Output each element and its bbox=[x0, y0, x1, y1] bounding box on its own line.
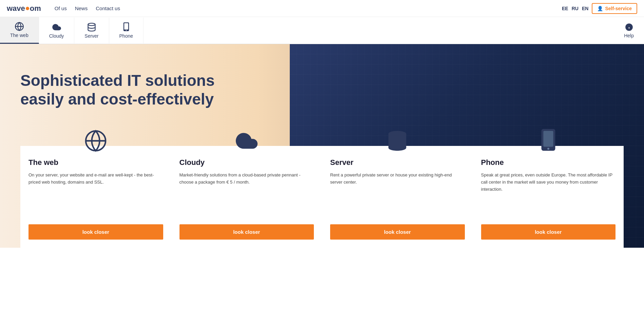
card-cloudy: Cloudy Market-friendly solutions from a … bbox=[171, 146, 322, 248]
svg-point-16 bbox=[547, 148, 549, 150]
hero-title-line1: Sophisticated IT solutions bbox=[20, 72, 214, 89]
card-phone-button[interactable]: look closer bbox=[481, 224, 616, 240]
top-nav: wave om Of us News Contact us EE RU EN 👤… bbox=[0, 0, 644, 17]
svg-point-5 bbox=[126, 30, 127, 31]
sec-nav-server[interactable]: Server bbox=[74, 18, 109, 43]
secondary-nav: The web Cloudy Server Phone bbox=[0, 17, 644, 44]
lang-en[interactable]: EN bbox=[582, 6, 588, 11]
help-item[interactable]: Help bbox=[614, 18, 644, 43]
main-nav-links: Of us News Contact us bbox=[55, 5, 120, 12]
info-icon-nav bbox=[625, 23, 633, 32]
svg-point-12 bbox=[389, 131, 406, 137]
logo-text-wave: wave bbox=[7, 4, 25, 13]
card-cloudy-title: Cloudy bbox=[179, 158, 314, 167]
logo[interactable]: wave om bbox=[7, 4, 41, 13]
card-cloudy-button[interactable]: look closer bbox=[179, 224, 314, 240]
lang-ee[interactable]: EE bbox=[562, 6, 568, 11]
card-cloudy-desc: Market-friendly solutions from a cloud-b… bbox=[179, 172, 314, 220]
cloud-icon-nav bbox=[52, 22, 61, 32]
card-server: Server Rent a powerful private server or… bbox=[322, 146, 473, 248]
svg-rect-15 bbox=[543, 131, 553, 147]
card-server-title: Server bbox=[330, 158, 465, 167]
card-web-button[interactable]: look closer bbox=[29, 224, 163, 240]
hero-title: Sophisticated IT solutions easily and co… bbox=[20, 71, 214, 109]
card-web: The web On your server, your website and… bbox=[20, 146, 171, 248]
hero-section: Sophisticated IT solutions easily and co… bbox=[0, 44, 644, 248]
card-web-desc: On your server, your website and e-mail … bbox=[29, 172, 163, 220]
nav-contact-us[interactable]: Contact us bbox=[96, 5, 120, 11]
card-wrapper-phone: Phone Speak at great prices, even outsid… bbox=[473, 129, 624, 248]
card-phone-desc: Speak at great prices, even outside Euro… bbox=[481, 172, 616, 220]
hero-content: Sophisticated IT solutions easily and co… bbox=[0, 44, 235, 122]
person-icon: 👤 bbox=[597, 6, 603, 11]
svg-rect-4 bbox=[124, 23, 128, 30]
card-server-desc: Rent a powerful private server or house … bbox=[330, 172, 465, 220]
lang-ru[interactable]: RU bbox=[572, 6, 579, 11]
database-icon-nav bbox=[87, 22, 96, 32]
card-web-title: The web bbox=[29, 158, 163, 167]
svg-point-2 bbox=[88, 23, 95, 25]
sec-nav-label-phone: Phone bbox=[119, 33, 133, 39]
sec-nav-cloudy[interactable]: Cloudy bbox=[39, 18, 75, 43]
card-phone: Phone Speak at great prices, even outsid… bbox=[473, 146, 624, 248]
card-wrapper-cloudy: Cloudy Market-friendly solutions from a … bbox=[171, 129, 322, 248]
card-icon-phone bbox=[540, 129, 557, 153]
phone-icon-card bbox=[540, 129, 557, 153]
globe-icon-nav bbox=[15, 22, 24, 31]
sec-nav-label-cloudy: Cloudy bbox=[49, 33, 64, 39]
nav-of-us[interactable]: Of us bbox=[55, 5, 67, 11]
phone-icon-nav bbox=[122, 22, 130, 32]
card-icon-web bbox=[84, 129, 108, 153]
nav-news[interactable]: News bbox=[75, 5, 88, 11]
card-icon-server bbox=[385, 129, 409, 153]
card-wrapper-server: Server Rent a powerful private server or… bbox=[322, 129, 473, 248]
card-icon-cloudy bbox=[235, 129, 259, 153]
sec-nav-label-server: Server bbox=[84, 33, 98, 39]
self-service-label: Self-service bbox=[605, 6, 632, 11]
help-label: Help bbox=[624, 33, 634, 38]
sec-nav-label-web: The web bbox=[10, 33, 29, 38]
card-wrapper-web: The web On your server, your website and… bbox=[20, 129, 171, 248]
card-server-button[interactable]: look closer bbox=[330, 224, 465, 240]
card-phone-title: Phone bbox=[481, 158, 616, 167]
globe-icon-card bbox=[84, 129, 108, 153]
cards-row: The web On your server, your website and… bbox=[0, 129, 644, 248]
logo-dot bbox=[26, 7, 29, 10]
svg-point-13 bbox=[389, 138, 406, 144]
language-group: EE RU EN 👤 Self-service bbox=[562, 3, 637, 14]
cloud-icon-card bbox=[235, 129, 259, 153]
sec-nav-phone[interactable]: Phone bbox=[109, 18, 144, 43]
database-icon-card bbox=[385, 129, 409, 153]
hero-title-line2: easily and cost-effectively bbox=[20, 90, 214, 108]
self-service-button[interactable]: 👤 Self-service bbox=[592, 3, 637, 14]
sec-nav-the-web[interactable]: The web bbox=[0, 17, 39, 44]
logo-text-om: om bbox=[30, 4, 41, 13]
